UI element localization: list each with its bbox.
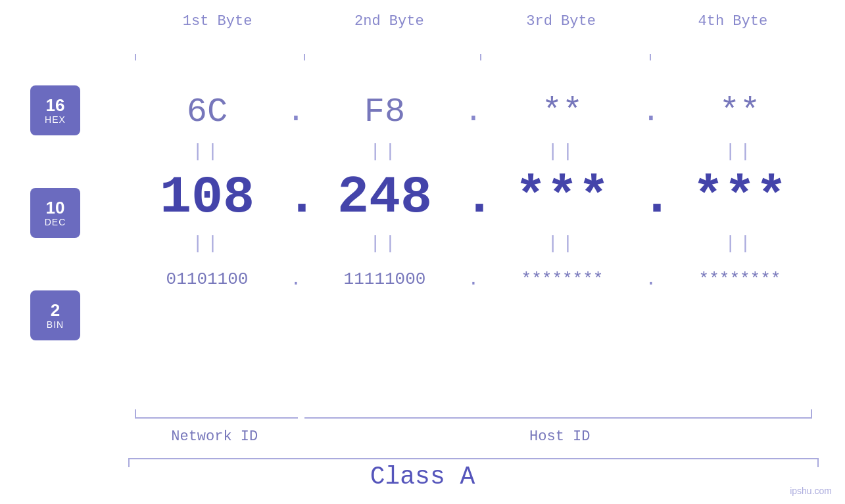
bin-dot2: . (464, 269, 483, 290)
dec-byte2: 248 (306, 168, 464, 227)
byte-header-3: 3rd Byte (475, 13, 647, 30)
data-area: 6C . F8 . ** . ** || || || || 108 . 248 … (128, 66, 819, 302)
watermark: ipshu.com (790, 486, 832, 496)
parallel-1-b3: || (483, 141, 641, 162)
bin-badge-label: BIN (47, 319, 64, 330)
parallel-2-b1: || (128, 233, 286, 254)
byte-headers: 1st Byte 2nd Byte 3rd Byte 4th Byte (132, 13, 819, 30)
top-bracket-1 (135, 54, 297, 64)
id-labels: Network ID Host ID (128, 428, 819, 445)
bin-row: 01101100 . 11111000 . ******** . *******… (128, 256, 819, 302)
top-bracket-2 (304, 54, 473, 64)
dec-byte4: *** (661, 168, 819, 227)
hex-dot2: . (464, 94, 483, 129)
bottom-brackets (128, 409, 819, 422)
top-bracket-3 (480, 54, 642, 64)
base-badges: 16 HEX 10 DEC 2 BIN (30, 85, 80, 340)
hex-byte1: 6C (128, 93, 286, 131)
parallel-2-b4: || (661, 233, 819, 254)
hex-dot3: . (641, 94, 661, 129)
hex-byte2: F8 (306, 93, 464, 131)
dec-dot3: . (641, 168, 661, 227)
host-id-label: Host ID (301, 428, 819, 445)
hex-dot1: . (286, 94, 306, 129)
parallel-row-1: || || || || (128, 138, 819, 164)
network-id-label: Network ID (128, 428, 301, 445)
parallel-row-2: || || || || (128, 230, 819, 256)
bottom-full-line (128, 458, 819, 459)
dec-dot2: . (464, 168, 483, 227)
top-bracket-4 (650, 54, 812, 64)
byte-header-1: 1st Byte (132, 13, 303, 30)
bin-byte2: 11111000 (306, 269, 464, 289)
parallel-2-b3: || (483, 233, 641, 254)
hex-byte3: ** (483, 93, 641, 131)
hex-badge-label: HEX (45, 114, 66, 125)
dec-byte3: *** (483, 168, 641, 227)
bin-dot3: . (641, 269, 661, 290)
parallel-1-b1: || (128, 141, 286, 162)
bin-dot1: . (286, 269, 306, 290)
bin-byte3: ******** (483, 269, 641, 289)
bin-badge-num: 2 (51, 301, 60, 320)
dec-byte1: 108 (128, 168, 286, 227)
hex-byte4: ** (661, 93, 819, 131)
bin-badge: 2 BIN (30, 290, 80, 340)
parallel-1-b2: || (306, 141, 464, 162)
hex-badge: 16 HEX (30, 85, 80, 135)
byte-header-2: 2nd Byte (303, 13, 475, 30)
parallel-1-b4: || (661, 141, 819, 162)
dec-badge-label: DEC (45, 217, 66, 227)
dec-row: 108 . 248 . *** . *** (128, 164, 819, 230)
dec-badge-num: 10 (46, 198, 65, 218)
hex-row: 6C . F8 . ** . ** (128, 85, 819, 138)
class-label: Class A (0, 463, 845, 491)
bin-byte1: 01101100 (128, 269, 286, 289)
bin-byte4: ******** (661, 269, 819, 289)
top-brackets (135, 54, 812, 64)
dec-badge: 10 DEC (30, 188, 80, 238)
byte-header-4: 4th Byte (647, 13, 819, 30)
hex-badge-num: 16 (46, 96, 65, 115)
dec-dot1: . (286, 168, 306, 227)
bottom-bracket-host (304, 409, 819, 422)
bottom-bracket-network (128, 409, 298, 422)
parallel-2-b2: || (306, 233, 464, 254)
main-container: 1st Byte 2nd Byte 3rd Byte 4th Byte 16 H… (0, 0, 845, 504)
